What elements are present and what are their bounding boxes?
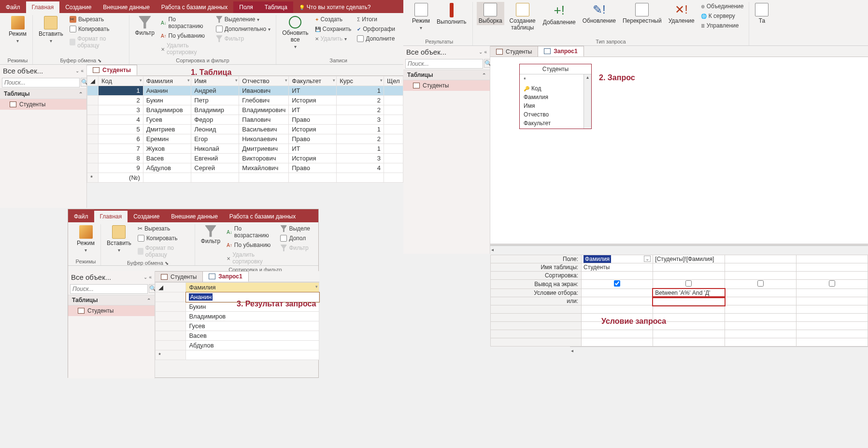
table-row[interactable]: 5ДмитриевЛеонидВасильевичИстория1	[87, 125, 403, 134]
query-grid[interactable]: Поле: Фамилия ⌄ [Студенты]![Фамилия] Имя…	[490, 255, 868, 347]
h-scrollbar-grid[interactable]: ◂	[570, 347, 868, 354]
table-row[interactable]: 7ЖуковНиколайДмитриевичИТ1	[87, 144, 403, 154]
copy-button[interactable]: Копировать	[68, 25, 125, 33]
selection-button[interactable]: Выделение▾	[214, 15, 272, 24]
field-kod[interactable]: 🔑Код	[520, 84, 583, 93]
qgrid-field-3[interactable]	[725, 255, 796, 263]
doc-tab-query1[interactable]: Запрос1	[538, 46, 583, 57]
tab-external-r[interactable]: Внешние данные	[165, 211, 224, 222]
table-row[interactable]: 8ВасевЕвгенийВикторовичИстория3	[87, 154, 403, 163]
nav-header-q[interactable]: Все объек...⌄«	[403, 46, 490, 58]
col-kod[interactable]: Код▾	[99, 76, 143, 86]
tell-me[interactable]: 💡Что вы хотите сделать?	[293, 1, 377, 13]
tab-create[interactable]: Создание	[59, 1, 97, 13]
nav-search-input-r[interactable]	[70, 284, 148, 294]
datadef-button[interactable]: ≣Управление	[699, 21, 745, 30]
launcher-icon[interactable]: ⬊	[165, 260, 169, 266]
show-table-button[interactable]: Та	[753, 2, 770, 25]
field-fam[interactable]: Фамилия	[520, 93, 583, 101]
qgrid-show-1[interactable]	[582, 280, 653, 289]
table-new-row[interactable]: *	[156, 350, 319, 360]
nav-search-input[interactable]	[2, 78, 80, 87]
toggle-filter-button[interactable]: Фильтр	[214, 34, 272, 43]
sort-asc-button-r[interactable]: A↓По возрастанию	[225, 224, 276, 240]
q-view-button[interactable]: Режим▾	[410, 2, 432, 31]
new-record-button[interactable]: ✦Создать	[313, 15, 353, 24]
cut-button[interactable]: ✂Вырезать	[68, 15, 125, 24]
table-box-students[interactable]: Студенты * 🔑Код Фамилия Имя Отчество Фак…	[519, 64, 592, 129]
selection-button-r[interactable]: Выделе	[279, 224, 312, 233]
h-scrollbar[interactable]: ◂	[490, 246, 868, 253]
tab-create-r[interactable]: Создание	[128, 211, 165, 222]
crosstab-button[interactable]: Перекрестный	[621, 2, 664, 25]
more-button[interactable]: Дополните	[356, 34, 397, 43]
qgrid-field-1[interactable]: Фамилия ⌄	[582, 255, 653, 263]
field-otch[interactable]: Отчество	[520, 110, 583, 119]
col-fam-r[interactable]: Фамилия▾	[186, 283, 319, 292]
tab-dbtools-r[interactable]: Работа с базами данных	[224, 211, 301, 222]
qgrid-show-4[interactable]	[796, 280, 868, 289]
tab-external[interactable]: Внешние данные	[97, 1, 156, 13]
save-record-button[interactable]: 💾Сохранить	[313, 25, 353, 33]
sort-desc-button[interactable]: A↑По убыванию	[159, 31, 212, 40]
result-datasheet[interactable]: ◢Фамилия▾ Ананин Букин Владимиров Гусев …	[155, 282, 319, 360]
cut-button-r[interactable]: ✂Вырезать	[136, 224, 191, 233]
qgrid-show-2[interactable]	[653, 280, 725, 289]
field-star[interactable]: *	[520, 75, 583, 84]
nav-section-tables[interactable]: Таблицы⌃	[0, 88, 86, 99]
deleteq-button[interactable]: ✕!Удаление	[667, 2, 697, 25]
tab-fields[interactable]: Поля	[233, 1, 259, 13]
sort-asc-button[interactable]: A↓По возрастанию	[159, 15, 212, 30]
tab-table[interactable]: Таблица	[259, 1, 293, 13]
table-row[interactable]: Владимиров	[156, 312, 319, 321]
clear-sort-button-r[interactable]: ⨯Удалить сортировку	[225, 250, 276, 266]
table-row[interactable]: 2БукинПетрГлебовичИстория2	[87, 96, 403, 105]
toggle-filter-button-r[interactable]: Фильтр	[279, 244, 312, 252]
tab-dbtools[interactable]: Работа с базами данных	[156, 1, 233, 13]
tab-file[interactable]: Файл	[0, 1, 26, 13]
tab-home-r[interactable]: Главная	[94, 211, 128, 222]
col-fac[interactable]: Факультет▾	[289, 76, 337, 86]
union-button[interactable]: ⊕Объединение	[699, 2, 745, 11]
doc-tab-students-q[interactable]: Студенты	[490, 46, 538, 57]
append-button[interactable]: +!Добавление	[541, 2, 578, 27]
sort-desc-button-r[interactable]: A↑По убыванию	[225, 241, 276, 249]
qgrid-show-3[interactable]	[725, 280, 796, 289]
qgrid-field-2[interactable]: [Студенты]![Фамилия]	[653, 255, 725, 263]
qgrid-field-4[interactable]	[796, 255, 868, 263]
col-kurs[interactable]: Курс▾	[337, 76, 384, 86]
paste-button[interactable]: Вставить ▾	[37, 15, 65, 44]
totals-button[interactable]: ΣИтоги	[356, 15, 397, 24]
table-row[interactable]: 3ВладимировВладимирВладимировичИТ2	[87, 105, 403, 115]
col-extra[interactable]: Щел	[384, 76, 403, 86]
spell-button[interactable]: ✔Орфографи	[356, 25, 397, 33]
table-row[interactable]: 4ГусевФедорПавловичПраво3	[87, 115, 403, 125]
col-fam[interactable]: Фамилия▾	[143, 76, 191, 86]
paste-button-r[interactable]: Вставить▾	[105, 224, 133, 254]
nav-search-input-q[interactable]	[405, 59, 483, 69]
tab-home[interactable]: Главная	[26, 1, 60, 13]
query-design-surface[interactable]: Студенты * 🔑Код Фамилия Имя Отчество Фак…	[490, 57, 868, 246]
maketable-button[interactable]: Создание таблицы	[507, 2, 538, 32]
table-row[interactable]: Васев	[156, 331, 319, 341]
copy-button-r[interactable]: Копировать	[136, 234, 191, 243]
table-row[interactable]: 6ЕреминЕгорНиколаевичПраво2	[87, 134, 403, 144]
tab-file-r[interactable]: Файл	[68, 211, 94, 222]
table-row[interactable]: 9АбдуловСергейМихайловичПраво4	[87, 163, 403, 173]
select-all-r[interactable]: ◢	[156, 283, 186, 292]
table-row[interactable]: Гусев	[156, 321, 319, 331]
scrollbar[interactable]: ▴	[583, 74, 591, 129]
nav-section-tables-q[interactable]: Таблицы⌃	[403, 70, 490, 80]
filter-button[interactable]: Фильтр	[133, 15, 157, 37]
doc-tab-query1-r[interactable]: Запрос1	[203, 271, 248, 282]
dropdown-icon[interactable]: ⌄	[644, 256, 651, 262]
nav-section-tables-r[interactable]: Таблицы⌃	[68, 295, 155, 305]
collapse-icon[interactable]: «	[81, 68, 84, 73]
qgrid-table-1[interactable]: Студенты	[582, 263, 653, 272]
passthrough-button[interactable]: 🌐К серверу	[699, 12, 745, 20]
doc-tab-students-r[interactable]: Студенты	[155, 271, 203, 282]
nav-header[interactable]: Все объек... ⌄«	[0, 65, 86, 77]
col-otch[interactable]: Отчество▾	[239, 76, 289, 86]
formatpainter-button-r[interactable]: Формат по образцу	[136, 244, 191, 259]
collapse-section-icon[interactable]: ⌃	[79, 91, 83, 97]
